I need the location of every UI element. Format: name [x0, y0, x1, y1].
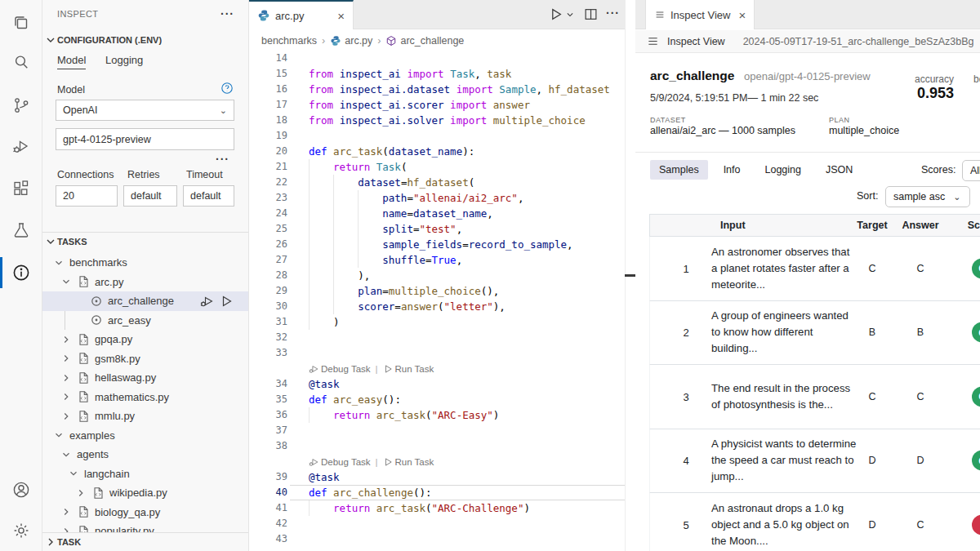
tree-item-benchmarks[interactable]: benchmarks	[42, 253, 249, 273]
tree-item-langchain[interactable]: langchain	[42, 464, 249, 484]
info-icon[interactable]	[11, 263, 31, 282]
code-line-37[interactable]: 37	[249, 423, 625, 438]
tree-item-mathematics-py[interactable]: mathematics.py	[42, 388, 249, 407]
result-tab-info[interactable]: Info	[715, 160, 750, 180]
sample-row-2[interactable]: 2A group of engineers wanted to know how…	[649, 301, 980, 366]
editor-more-actions-icon[interactable]: ···	[606, 7, 620, 20]
split-editor-icon[interactable]	[584, 7, 598, 21]
source-control-icon[interactable]	[11, 96, 31, 115]
close-icon[interactable]: ×	[738, 8, 746, 22]
code-line-17[interactable]: 17from inspect_ai.scorer import answer	[249, 97, 625, 113]
code-line-25[interactable]: 25split="test",	[249, 221, 625, 237]
tree-item-gsm8k-py[interactable]: gsm8k.py	[42, 349, 249, 369]
tree-item-arc-easy[interactable]: arc_easy	[42, 311, 249, 331]
code-line-29[interactable]: 29plan=multiple_choice(),	[249, 283, 625, 299]
tree-item-gpqa-py[interactable]: gpqa.py	[42, 330, 249, 349]
code-line-18[interactable]: 18from inspect_ai.solver import multiple…	[249, 113, 625, 128]
code-line-32[interactable]: 32	[249, 330, 625, 345]
code-line-20[interactable]: 20def arc_task(dataset_name):	[249, 144, 625, 159]
account-icon[interactable]	[11, 480, 31, 500]
result-tab-samples[interactable]: Samples	[650, 160, 708, 180]
sort-select[interactable]: sample asc ⌄	[885, 186, 970, 207]
code-line-19[interactable]: 19	[249, 128, 625, 144]
code-line-24[interactable]: 24name=dataset_name,	[249, 206, 625, 221]
code-line-34[interactable]: 34@task	[249, 376, 625, 392]
model-input[interactable]: gpt-4-0125-preview	[56, 128, 234, 150]
config-tab-model[interactable]: Model	[57, 54, 86, 69]
tree-item-wikipedia-py[interactable]: wikipedia.py	[42, 483, 249, 503]
extensions-icon[interactable]	[11, 179, 31, 198]
explorer-icon[interactable]	[11, 13, 31, 33]
codelens-debug-task[interactable]: Debug Task	[309, 364, 371, 374]
result-tab-logging[interactable]: Logging	[756, 160, 811, 180]
settings-gear-icon[interactable]	[11, 521, 31, 540]
code-line-35[interactable]: 35def arc_easy():	[249, 392, 625, 407]
code-line-28[interactable]: 28),	[249, 268, 625, 283]
close-icon[interactable]: ×	[337, 9, 345, 23]
run-dropdown-chevron-icon[interactable]	[566, 11, 574, 19]
task-section-header[interactable]: TASK	[42, 532, 249, 551]
breadcrumb-item[interactable]: arc_challenge	[400, 35, 464, 47]
tasks-section-header[interactable]: TASKS	[44, 235, 87, 248]
run-python-file-icon[interactable]	[549, 7, 563, 21]
provider-select[interactable]: OpenAI ⌄	[56, 100, 234, 121]
run-task-icon[interactable]	[220, 295, 233, 308]
configuration-section-header[interactable]: CONFIGURATION (.ENV)	[44, 33, 162, 47]
code-editor[interactable]: 1415from inspect_ai import Task, task16f…	[249, 51, 625, 551]
sample-row-4[interactable]: 4A physicist wants to determine the spee…	[649, 429, 980, 494]
tab-arc-py[interactable]: arc.py ×	[249, 0, 354, 29]
code-line-26[interactable]: 26sample_fields=record_to_sample,	[249, 237, 625, 252]
debug-task-icon[interactable]	[200, 295, 213, 308]
retries-input[interactable]: default	[123, 185, 177, 207]
code-line-41[interactable]: 41return arc_task("ARC-Challenge")	[249, 500, 625, 516]
tree-item-arc-py[interactable]: arc.py	[42, 273, 249, 292]
log-file-name[interactable]: 2024-05-09T17-19-51_arc-challenge_beSzAz…	[743, 36, 974, 47]
tab-inspect-view[interactable]: Inspect View ×	[645, 0, 755, 29]
run-debug-icon[interactable]	[11, 136, 31, 156]
result-tab-json[interactable]: JSON	[817, 160, 862, 180]
sidebar-more-actions-icon[interactable]: ···	[220, 7, 234, 20]
code-line-42[interactable]: 42	[249, 516, 625, 531]
scores-select[interactable]: All	[962, 160, 980, 181]
code-text: def arc_challenge():	[309, 485, 432, 500]
tree-item-biology-qa-py[interactable]: biology_qa.py	[42, 503, 249, 522]
connections-input[interactable]: 20	[56, 185, 118, 207]
tree-item-examples[interactable]: examples	[42, 426, 249, 446]
breadcrumb-item[interactable]: benchmarks	[261, 35, 317, 47]
code-line-36[interactable]: 36return arc_task("ARC-Easy")	[249, 407, 625, 423]
tree-item-popularity-py[interactable]: popularity.py	[42, 522, 249, 532]
code-line-39[interactable]: 39@task	[249, 469, 625, 485]
code-line-43[interactable]: 43	[249, 531, 625, 547]
timeout-input[interactable]: default	[183, 185, 234, 207]
tree-item-agents[interactable]: agents	[42, 445, 249, 464]
code-line-14[interactable]: 14	[249, 51, 625, 66]
search-icon[interactable]	[11, 52, 31, 72]
sample-row-3[interactable]: 3The end result in the process of photos…	[649, 365, 980, 429]
code-line-31[interactable]: 31)	[249, 314, 625, 330]
sample-row-1[interactable]: 1An astronomer observes that a planet ro…	[649, 237, 980, 301]
code-line-21[interactable]: 21return Task(	[249, 159, 625, 175]
code-line-33[interactable]: 33	[249, 345, 625, 361]
beaker-icon[interactable]	[11, 220, 31, 240]
codelens-run-task[interactable]: Run Task	[383, 364, 434, 374]
tree-item-mmlu-py[interactable]: mmlu.py	[42, 407, 249, 426]
menu-icon[interactable]	[647, 35, 659, 47]
config-more-icon[interactable]: ···	[216, 153, 229, 166]
code-line-38[interactable]: 38	[249, 438, 625, 454]
code-line-16[interactable]: 16from inspect_ai.dataset import Sample,…	[249, 82, 625, 97]
tree-item-hellaswag-py[interactable]: hellaswag.py	[42, 368, 249, 388]
config-tab-logging[interactable]: Logging	[105, 54, 143, 69]
code-line-27[interactable]: 27shuffle=True,	[249, 252, 625, 268]
code-line-40[interactable]: 40def arc_challenge():	[249, 485, 625, 500]
code-line-22[interactable]: 22dataset=hf_dataset(	[249, 175, 625, 190]
code-line-23[interactable]: 23path="allenai/ai2_arc",	[249, 190, 625, 206]
sample-row-5[interactable]: 5An astronaut drops a 1.0 kg object and …	[649, 493, 980, 551]
breadcrumb-item[interactable]: arc.py	[345, 35, 372, 47]
codelens-run-task[interactable]: Run Task	[383, 457, 434, 467]
code-line-15[interactable]: 15from inspect_ai import Task, task	[249, 66, 625, 82]
help-icon[interactable]	[220, 82, 234, 95]
tree-item-arc-challenge[interactable]: arc_challenge	[42, 291, 249, 311]
code-line-30[interactable]: 30scorer=answer("letter"),	[249, 299, 625, 314]
python-file-icon	[77, 352, 90, 365]
codelens-debug-task[interactable]: Debug Task	[309, 457, 371, 467]
